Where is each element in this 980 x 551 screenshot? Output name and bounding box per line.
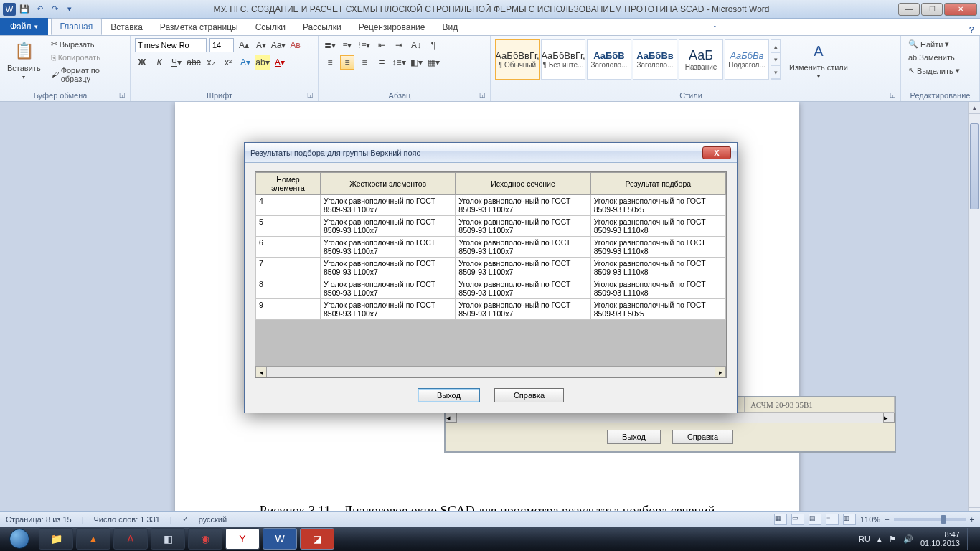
- tab-view[interactable]: Вид: [433, 19, 466, 35]
- multilevel-button[interactable]: ⁝≡▾: [357, 38, 372, 52]
- shading-button[interactable]: ◧▾: [409, 55, 423, 70]
- dialog-help-button[interactable]: Справка: [494, 388, 564, 402]
- borders-button[interactable]: ▦▾: [426, 55, 440, 70]
- status-page[interactable]: Страница: 8 из 15: [6, 515, 72, 524]
- tab-insert[interactable]: Вставка: [102, 19, 151, 35]
- clipboard-launcher-icon[interactable]: ◲: [119, 91, 126, 98]
- scroll-left-icon[interactable]: ◂: [255, 367, 267, 377]
- table-horizontal-scrollbar[interactable]: ◂ ▸: [255, 366, 726, 377]
- style-normal[interactable]: АаБбВвГг,¶ Обычный: [495, 39, 540, 80]
- minimize-button[interactable]: —: [898, 3, 920, 16]
- save-icon[interactable]: 💾: [18, 3, 31, 16]
- change-styles-button[interactable]: A Изменить стили ▾: [786, 38, 851, 81]
- clear-format-button[interactable]: Aʙ: [288, 38, 303, 52]
- redo-icon[interactable]: ↷: [48, 3, 61, 16]
- taskbar-word[interactable]: W: [263, 528, 297, 550]
- styles-launcher-icon[interactable]: ◲: [890, 91, 896, 98]
- taskbar-scad[interactable]: ◪: [300, 528, 334, 550]
- draft-view-button[interactable]: ▥: [843, 514, 856, 525]
- style-no-spacing[interactable]: АаБбВвГг,¶ Без инте...: [541, 39, 585, 80]
- fullscreen-view-button[interactable]: ▭: [791, 514, 804, 525]
- zoom-out-button[interactable]: −: [885, 515, 889, 524]
- shrink-font-button[interactable]: A▾: [254, 38, 268, 52]
- status-words[interactable]: Число слов: 1 331: [93, 515, 159, 524]
- select-button[interactable]: ↖Выделить ▾: [905, 65, 975, 77]
- show-desktop-button[interactable]: [967, 528, 973, 550]
- tray-arrow-icon[interactable]: ▴: [877, 534, 882, 544]
- change-case-button[interactable]: Aa▾: [271, 38, 286, 52]
- sort-button[interactable]: A↓: [409, 38, 423, 52]
- col-stiffness[interactable]: Жесткости элементов: [321, 173, 456, 195]
- outline-view-button[interactable]: ≡: [826, 514, 839, 525]
- replace-button[interactable]: abЗаменить: [905, 52, 975, 63]
- tray-volume-icon[interactable]: 🔊: [903, 534, 913, 544]
- scroll-up-icon[interactable]: ▴: [969, 102, 980, 114]
- copy-button[interactable]: ⎘Копировать: [48, 52, 126, 63]
- align-left-button[interactable]: ≡: [323, 55, 337, 70]
- font-launcher-icon[interactable]: ◲: [307, 91, 314, 98]
- table-row[interactable]: 5Уголок равнополочный по ГОСТ 8509-93 L1…: [256, 216, 726, 237]
- align-center-button[interactable]: ≡: [340, 55, 354, 70]
- strike-button[interactable]: abc: [187, 55, 201, 70]
- col-element-number[interactable]: Номер элемента: [256, 173, 321, 195]
- dialog-exit-button[interactable]: Выход: [418, 388, 480, 402]
- dialog-titlebar[interactable]: Результаты подбора для группы Верхний по…: [245, 143, 737, 163]
- table-row[interactable]: 4Уголок равнополочный по ГОСТ 8509-93 L1…: [256, 195, 726, 216]
- maximize-button[interactable]: ☐: [921, 3, 943, 16]
- help-icon[interactable]: ?: [963, 24, 980, 35]
- superscript-button[interactable]: x²: [221, 55, 235, 70]
- style-title[interactable]: АаБНазвание: [679, 39, 723, 80]
- taskbar-app1[interactable]: ◧: [151, 528, 185, 550]
- numbering-button[interactable]: ≡▾: [340, 38, 354, 52]
- paragraph-launcher-icon[interactable]: ◲: [479, 91, 486, 98]
- underline-button[interactable]: Ч▾: [169, 55, 184, 70]
- scroll-thumb[interactable]: [970, 123, 979, 209]
- tray-clock[interactable]: 8:47 01.10.2013: [920, 530, 960, 547]
- decrease-indent-button[interactable]: ⇤: [374, 38, 389, 52]
- start-button[interactable]: [3, 528, 36, 550]
- style-gallery-scroll[interactable]: ▴▾▾: [771, 39, 781, 80]
- tab-mailings[interactable]: Рассылки: [294, 19, 350, 35]
- undo-icon[interactable]: ↶: [33, 3, 46, 16]
- table-row[interactable]: 7Уголок равнополочный по ГОСТ 8509-93 L1…: [256, 258, 726, 278]
- zoom-level[interactable]: 110%: [860, 515, 880, 524]
- font-name-combo[interactable]: [135, 38, 207, 52]
- format-painter-button[interactable]: 🖌Формат по образцу: [48, 65, 126, 85]
- qat-more-icon[interactable]: ▾: [63, 3, 76, 16]
- tab-review[interactable]: Рецензирование: [350, 19, 434, 35]
- justify-button[interactable]: ≣: [374, 55, 389, 70]
- zoom-slider[interactable]: [894, 518, 966, 521]
- style-heading1[interactable]: АаБбВЗаголово...: [587, 39, 631, 80]
- show-marks-button[interactable]: ¶: [426, 38, 440, 52]
- taskbar-vlc[interactable]: ▲: [76, 528, 110, 550]
- font-color-button[interactable]: A▾: [273, 55, 287, 70]
- highlight-button[interactable]: ab▾: [255, 55, 270, 70]
- bold-button[interactable]: Ж: [135, 55, 149, 70]
- table-row[interactable]: 9Уголок равнополочный по ГОСТ 8509-93 L1…: [256, 299, 726, 320]
- taskbar-yandex[interactable]: Y: [225, 528, 260, 550]
- scroll-right-icon[interactable]: ▸: [715, 367, 726, 377]
- bullets-button[interactable]: ≣▾: [323, 38, 337, 52]
- tray-lang[interactable]: RU: [859, 534, 870, 543]
- style-heading2[interactable]: АаБбВвЗаголово...: [633, 39, 677, 80]
- taskbar-app2[interactable]: ◉: [188, 528, 222, 550]
- status-language[interactable]: русский: [199, 515, 227, 524]
- tray-flag-icon[interactable]: ⚑: [889, 534, 896, 544]
- dialog-close-button[interactable]: X: [702, 146, 731, 159]
- tab-references[interactable]: Ссылки: [247, 19, 294, 35]
- tab-layout[interactable]: Разметка страницы: [151, 19, 247, 35]
- vertical-scrollbar[interactable]: ▴ ▾: [968, 102, 980, 519]
- table-row[interactable]: 8Уголок равнополочный по ГОСТ 8509-93 L1…: [256, 278, 726, 299]
- paste-button[interactable]: 📋 Вставить ▾: [4, 38, 44, 82]
- italic-button[interactable]: К: [152, 55, 166, 70]
- find-button[interactable]: 🔍Найти ▾: [905, 38, 975, 50]
- zoom-in-button[interactable]: +: [970, 515, 974, 524]
- subscript-button[interactable]: x₂: [204, 55, 218, 70]
- font-size-combo[interactable]: [209, 38, 234, 52]
- cut-button[interactable]: ✂Вырезать: [48, 38, 126, 50]
- col-original-section[interactable]: Исходное сечение: [456, 173, 590, 195]
- web-view-button[interactable]: ▤: [809, 514, 821, 525]
- print-layout-view-button[interactable]: ▦: [774, 514, 787, 525]
- grow-font-button[interactable]: A▴: [237, 38, 251, 52]
- increase-indent-button[interactable]: ⇥: [392, 38, 406, 52]
